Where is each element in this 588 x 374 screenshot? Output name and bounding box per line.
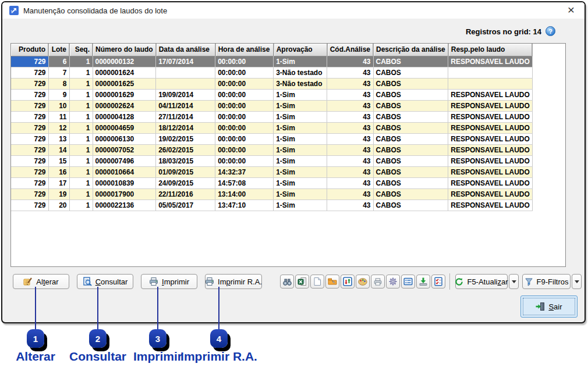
cell: 1-Sim	[274, 177, 327, 188]
callout-number-badge: 2	[89, 329, 107, 348]
cell: 1-Sim	[274, 144, 327, 155]
cell: 1	[69, 78, 93, 89]
table-row[interactable]: 72961000000013217/07/201400:00:001-Sim43…	[11, 56, 532, 67]
cell: 0000007052	[93, 144, 156, 155]
cell: 43	[327, 133, 373, 144]
table-row[interactable]: 729131000000613019/02/201500:00:001-Sim4…	[11, 133, 532, 144]
list-options-button[interactable]	[401, 275, 415, 288]
palette-button[interactable]	[356, 275, 370, 288]
cell: CABOS	[373, 188, 448, 200]
table-row[interactable]: 729191000001790022/11/201613:14:001-Sim4…	[11, 188, 532, 200]
imprimir-button[interactable]: Imprimir	[141, 274, 197, 289]
chevron-down-icon	[575, 280, 579, 283]
new-document-button[interactable]	[310, 275, 324, 288]
column-header[interactable]: Resp.pelo laudo	[448, 44, 533, 56]
cell: 17/07/2014	[156, 56, 215, 67]
cell: 1	[69, 155, 93, 166]
cell: CABOS	[373, 56, 448, 67]
callout-label: Alterar	[16, 350, 55, 364]
callout-number-badge: 4	[210, 329, 228, 348]
table-row[interactable]: 729161000001066401/09/201514:32:371-Sim4…	[11, 166, 532, 177]
column-header[interactable]: Descrição da análise	[373, 44, 448, 56]
folder-hand-button[interactable]	[325, 275, 339, 288]
column-header[interactable]: Lote	[48, 44, 69, 56]
list-options-icon	[403, 277, 413, 286]
cell: 13:47:10	[215, 200, 274, 211]
cell: 1	[69, 188, 93, 200]
callout-label: Imprimir	[133, 350, 182, 364]
cell: 12	[48, 122, 69, 133]
cell: 1	[69, 67, 93, 78]
cell: 729	[11, 155, 48, 166]
f9-filters-button[interactable]: F9-Filtros	[522, 274, 571, 289]
f9-filters-dropdown[interactable]	[572, 274, 582, 289]
cell: 1	[69, 200, 93, 211]
sort-columns-button[interactable]	[341, 275, 355, 288]
cell: 13	[48, 133, 69, 144]
table-row[interactable]: 72991000000162919/09/201400:00:001-Sim43…	[11, 89, 532, 100]
alterar-button[interactable]: Alterar	[13, 274, 69, 289]
cell: 43	[327, 200, 373, 211]
cell: 0000004659	[93, 122, 156, 133]
cell: RESPONSAVEL LAUDO	[448, 56, 533, 67]
cell: 00:00:00	[215, 133, 274, 144]
table-row[interactable]: 729171000001083924/09/201514:57:081-Sim4…	[11, 177, 532, 188]
cell: CABOS	[373, 155, 448, 166]
settings-gear-button[interactable]	[386, 275, 400, 288]
printer-small-button[interactable]	[371, 275, 385, 288]
cell: 18/12/2014	[156, 122, 215, 133]
column-header[interactable]: Data da análise	[156, 44, 215, 56]
cell: 1-Sim	[274, 111, 327, 122]
excel-export-icon	[297, 277, 307, 286]
column-header[interactable]: Número do laudo	[93, 44, 156, 56]
cell: 0000001625	[93, 78, 156, 89]
cell: 729	[11, 177, 48, 188]
cell: 43	[327, 155, 373, 166]
consultar-button[interactable]: Consultar	[77, 274, 133, 289]
cell: 6	[48, 56, 69, 67]
table-row[interactable]: 729111000000412827/11/201400:00:001-Sim4…	[11, 111, 532, 122]
cell: 43	[327, 111, 373, 122]
toolbar-separator	[449, 273, 450, 290]
excel-export-button[interactable]	[295, 275, 309, 288]
cell: 0000000132	[93, 56, 156, 67]
table-row[interactable]: 729121000000465918/12/201400:00:001-Sim4…	[11, 122, 532, 133]
callout-number-badge: 1	[27, 329, 44, 348]
cell: 11	[48, 111, 69, 122]
column-header[interactable]: Seq.	[69, 44, 93, 56]
cell: 0000004128	[93, 111, 156, 122]
table-row[interactable]: 729101000000262404/11/201400:00:001-Sim4…	[11, 100, 532, 111]
column-header[interactable]: Produto	[11, 44, 48, 56]
table-row[interactable]: 729710000001624 00:00:003-Não testado43C…	[11, 67, 532, 78]
column-header[interactable]: Cód.Análise	[327, 44, 373, 56]
cell: 0000010839	[93, 177, 156, 188]
binoculars-button[interactable]	[280, 275, 294, 288]
button-label: Imprimir R.A.	[218, 277, 262, 286]
column-header[interactable]: Aprovação	[274, 44, 327, 56]
exit-button[interactable]: Sair	[520, 295, 578, 318]
close-icon[interactable]: ×	[565, 3, 578, 17]
cell: 17	[48, 177, 69, 188]
cell: 20	[48, 200, 69, 211]
cell: CABOS	[373, 177, 448, 188]
import-data-button[interactable]	[416, 275, 430, 288]
cell: RESPONSAVEL LAUDO	[448, 166, 533, 177]
table-row[interactable]: 729151000000749618/03/201500:00:001-Sim4…	[11, 155, 532, 166]
cell: 00:00:00	[215, 155, 274, 166]
cell: 04/11/2014	[156, 100, 215, 111]
table-row[interactable]: 729141000000705226/02/201500:00:001-Sim4…	[11, 144, 532, 155]
cell: 1-Sim	[274, 166, 327, 177]
column-header[interactable]: Hora de análise	[215, 44, 274, 56]
checklist-button[interactable]	[431, 275, 445, 288]
f5-refresh-dropdown[interactable]	[509, 274, 519, 289]
table-row[interactable]: 729810000001625 00:00:003-Não testado43C…	[11, 78, 532, 89]
f5-refresh-button[interactable]: F5-Atualizar	[455, 274, 508, 289]
table-row[interactable]: 729201000002213605/05/201713:47:101-Sim4…	[11, 200, 532, 211]
cell: RESPONSAVEL LAUDO	[448, 133, 533, 144]
cell: 0000002624	[93, 100, 156, 111]
help-icon[interactable]: ?	[546, 26, 555, 36]
cell: 43	[327, 122, 373, 133]
cell: 729	[11, 89, 48, 100]
button-label: F5-Atualizar	[467, 277, 508, 286]
imprimir-ra-button[interactable]: Imprimir R.A.	[205, 274, 262, 289]
